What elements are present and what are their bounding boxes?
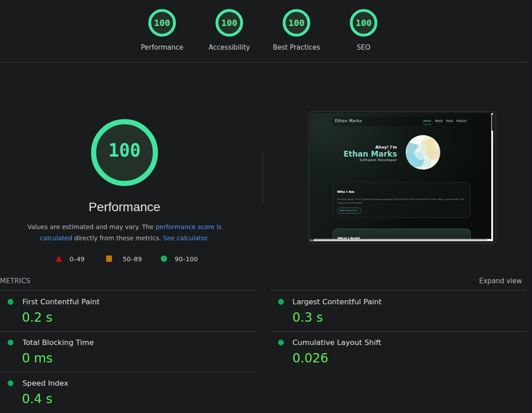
svg-text:100: 100 bbox=[221, 17, 237, 28]
svg-text:100: 100 bbox=[154, 17, 170, 28]
svg-text:100: 100 bbox=[356, 17, 372, 28]
svg-text:100: 100 bbox=[288, 17, 305, 28]
svg-text:100: 100 bbox=[108, 140, 141, 161]
